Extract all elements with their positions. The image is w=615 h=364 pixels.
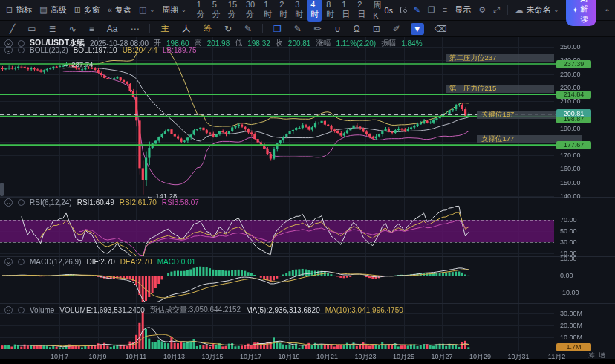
date-axis-label: 10月13 — [163, 352, 185, 362]
period-label: 周期 — [162, 4, 178, 16]
pencil-tool[interactable]: ✎ — [292, 23, 304, 35]
fullscreen-icon-glyph: ⤢ — [493, 6, 500, 14]
replay-icon: « — [108, 6, 112, 14]
axis-toggle-1[interactable]: 增 — [599, 351, 605, 360]
freehand-tool[interactable]: ✏ — [312, 23, 324, 35]
timeframe-3时[interactable]: 3时 — [292, 0, 306, 22]
ohlc-label: 振幅 — [381, 38, 396, 48]
layout-grid-button-glyph: ❐ — [428, 6, 435, 14]
display-button-label: 显示 — [455, 4, 471, 16]
indicator-name: BOLL(20,2) — [30, 46, 68, 54]
chip-distribution-toggle[interactable]: 筹 — [201, 23, 214, 35]
object-list-icon[interactable]: ≡ — [443, 6, 447, 14]
indicator-name: Volume — [30, 306, 54, 314]
timeframe-30分[interactable]: 30分 — [243, 0, 259, 22]
date-axis-label: 11月2 — [548, 352, 565, 362]
advanced-button[interactable]: ▤高级 — [39, 4, 66, 16]
collapse-icon[interactable]: ⌄ — [4, 258, 13, 266]
level-price-badge: 214.84 — [556, 91, 591, 99]
timeframe-1分[interactable]: 1分 — [194, 0, 208, 22]
price-axis-label: 190.00 — [560, 125, 581, 132]
indicator-value: DEA:2.70 — [120, 258, 152, 266]
indicator-value: DIF:2.70 — [86, 258, 114, 266]
price-axis-label: 250.00 — [560, 43, 581, 51]
trendline-tool[interactable]: ╱ — [7, 23, 17, 35]
replay-speed-label[interactable]: 0s — [384, 6, 393, 15]
main-chart-toggle[interactable]: 主 — [158, 23, 172, 35]
ohlc-value: 200.81 — [288, 39, 311, 48]
brush-tool[interactable]: ✐ — [391, 23, 403, 35]
indicator-value: RSI2:61.70 — [120, 198, 157, 207]
timeframe-5分[interactable]: 5分 — [209, 0, 224, 22]
share-button[interactable]: ⌁ — [604, 6, 609, 14]
level-band[interactable]: 第一压力位215 — [446, 85, 554, 93]
indicator-value: RSI1:60.49 — [77, 198, 114, 207]
indicator-handle-icon[interactable] — [18, 47, 25, 53]
replay-draw-icon[interactable]: ↻ — [222, 23, 234, 35]
layout-grid-button[interactable]: ❐ — [428, 6, 435, 14]
indicators-button[interactable]: ⊡指标 — [6, 4, 32, 16]
multi-window-button[interactable]: ⊞多窗 — [74, 4, 100, 16]
timeframe-2日[interactable]: 2日 — [354, 0, 368, 22]
lock-tool[interactable]: Ω — [351, 23, 362, 35]
indicator-value: MA(10):3,041,996.4750 — [325, 306, 403, 314]
chart-type-button[interactable]: ◫⌄ — [139, 6, 154, 14]
parallel-lines-tool[interactable]: ≣ — [47, 23, 59, 35]
price-axis-label: -10.00 — [560, 289, 579, 296]
date-axis-label: 10月19 — [278, 352, 299, 362]
indicator-value: UB:204.44 — [123, 46, 157, 54]
magnet-tool[interactable]: ∪ — [332, 23, 343, 35]
price-axis-label: 0.00 — [560, 272, 573, 279]
volume-info-row: ⌄VolumeVOLUME:1,693,531.2400预估成交量:3,050,… — [4, 305, 403, 315]
text-tool[interactable]: Aa — [105, 23, 120, 35]
date-axis-label: 10月15 — [201, 352, 223, 362]
large-view-toggle[interactable]: 大 — [180, 23, 193, 35]
draw-mode-button[interactable]: ✎ — [414, 6, 420, 14]
level-band[interactable]: 第二压力位237 — [446, 54, 554, 62]
advanced-button-label: 高级 — [51, 4, 67, 16]
price-axis-label: 230.00 — [560, 71, 581, 78]
ai-explain-button[interactable]: ✦AI解读 — [566, 0, 596, 26]
timeframe-周K[interactable]: 周K — [370, 0, 384, 22]
cloud-layout-button[interactable]: ☁未命名⌄ — [515, 4, 559, 16]
timeframe-1日[interactable]: 1日 — [339, 0, 353, 22]
timeframe-4时[interactable]: 4时 — [308, 0, 322, 22]
last-price-badge: 200.81 — [556, 109, 591, 117]
chevron-down-icon: ⌄ — [149, 7, 154, 13]
axis-toggle-0[interactable]: 筹 — [588, 351, 595, 360]
price-axis-label: 50.00 — [560, 227, 577, 235]
display-button[interactable]: 显示 — [455, 4, 471, 16]
channel-tool[interactable]: ≡ — [87, 23, 97, 35]
price-axis-label: 150.00 — [560, 179, 581, 186]
indicator-handle-icon[interactable] — [18, 259, 25, 265]
indicator-handle-icon[interactable] — [18, 199, 25, 206]
wave-tool[interactable]: ∿ — [67, 23, 79, 35]
indicator-value: VOLUME:1,693,531.2400 — [59, 306, 145, 314]
timeframe-2时[interactable]: 2时 — [276, 0, 290, 22]
timeframe-15分[interactable]: 15分 — [225, 0, 241, 22]
collapse-icon[interactable]: ⌄ — [4, 198, 13, 207]
fullscreen-icon[interactable]: ⤢ — [493, 6, 500, 14]
cursor-draw-tool[interactable]: ✎ — [242, 23, 254, 35]
timeframe-8时[interactable]: 8时 — [323, 0, 337, 22]
boll-info-row: ⌄BOLL(20,2)BOLL:197.10UB:204.44LB:189.75 — [4, 46, 197, 54]
replay-button[interactable]: «复盘 — [108, 4, 131, 16]
period-button[interactable]: 周期⌄ — [162, 4, 186, 16]
filter-tool[interactable]: ▼ — [411, 23, 424, 35]
pane-scroll-handle[interactable] — [0, 183, 4, 196]
screenshot-region-tool[interactable]: ⊡ — [371, 23, 383, 35]
date-axis-label: 10月7 — [51, 352, 68, 362]
timeframe-group: 1分5分15分30分1时2时3时4时8时1日2日周K — [194, 0, 385, 22]
indicator-handle-icon[interactable] — [18, 307, 25, 313]
delete-drawings-tool[interactable]: ⌫ — [432, 23, 449, 35]
copy-tool[interactable]: ❐ — [271, 23, 284, 35]
collapse-icon[interactable]: ⌄ — [4, 306, 13, 314]
collapse-icon[interactable]: ⌄ — [4, 46, 13, 54]
more-tools-button[interactable]: ⋯ — [128, 23, 141, 35]
camera-icon[interactable] — [400, 7, 406, 13]
timeframe-1时[interactable]: 1时 — [261, 0, 275, 22]
indicator-value: LB:189.75 — [163, 46, 197, 54]
date-axis-label: 10月9 — [88, 352, 106, 362]
rectangle-tool[interactable]: ▭ — [25, 23, 38, 35]
settings-icon[interactable]: ⚙ — [478, 6, 486, 14]
